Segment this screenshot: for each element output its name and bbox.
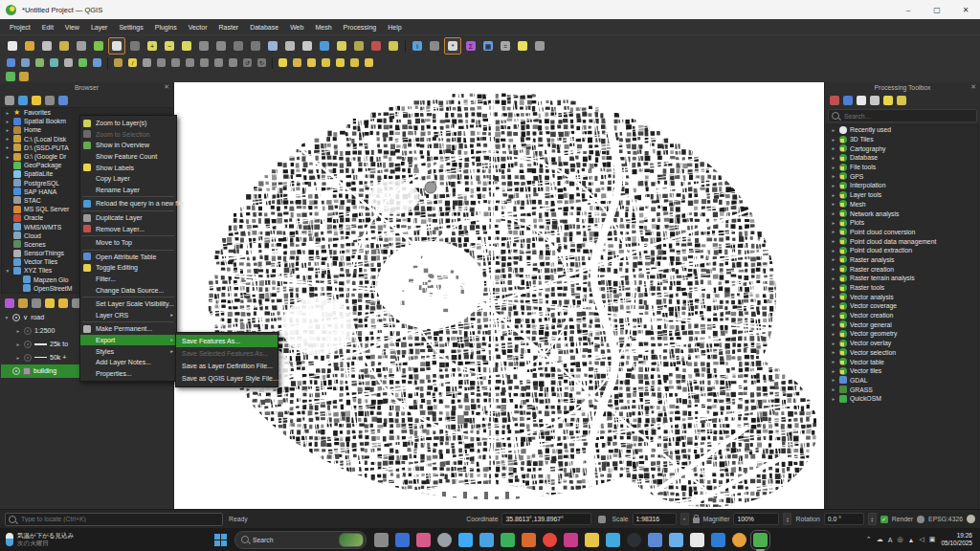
quickmapservices-icon[interactable] — [5, 71, 16, 82]
file-explorer-icon[interactable] — [585, 533, 599, 547]
layer-labeling-icon[interactable] — [277, 56, 289, 69]
rotation-input[interactable] — [824, 513, 864, 525]
toolbox-group-grass[interactable]: ▸GRASS — [827, 385, 978, 394]
menu-mesh[interactable]: Mesh — [309, 22, 337, 33]
device-icon[interactable]: ▣ — [929, 536, 936, 543]
toolbox-group-vector-coverage[interactable]: ▸Vector coverage — [827, 301, 978, 311]
layer-visibility-icon[interactable] — [24, 354, 32, 362]
toolbox-group-interpolation[interactable]: ▸Interpolation — [827, 181, 978, 190]
toolbox-group-vector-tiles[interactable]: ▸Vector tiles — [827, 366, 978, 376]
quickosm-plugin-icon[interactable] — [18, 71, 30, 82]
submenu-item-save-features-as-[interactable]: Save Features As... — [176, 335, 278, 347]
add-group-icon[interactable] — [18, 298, 28, 308]
python-console-icon[interactable] — [843, 96, 853, 105]
select-all-icon[interactable] — [386, 38, 401, 54]
menu-web[interactable]: Web — [284, 22, 309, 33]
context-item-show-labels[interactable]: Show Labels — [80, 162, 176, 173]
cut-features-icon[interactable] — [198, 56, 211, 69]
taskbar-search[interactable]: Search — [234, 531, 367, 549]
manage-map-themes-icon[interactable] — [32, 298, 41, 308]
layer-visibility-icon[interactable] — [24, 341, 32, 348]
context-item-make-permanent-[interactable]: Make Permanent... — [80, 323, 176, 335]
toolbox-group-vector-analysis[interactable]: ▸Vector analysis — [827, 292, 978, 301]
toolbox-group-raster-creation[interactable]: ▸Raster creation — [827, 264, 978, 274]
add-mesh-layer-icon[interactable] — [48, 56, 60, 69]
processing-toolbox-icon[interactable]: * — [444, 37, 461, 55]
model-designer-icon[interactable] — [830, 96, 839, 105]
context-item-move-to-top[interactable]: Move to Top — [80, 237, 176, 249]
toolbox-group-raster-terrain-analysis[interactable]: ▸Raster terrain analysis — [827, 274, 978, 283]
edit-features-in-place-icon[interactable] — [883, 96, 893, 105]
context-item-rename-layer[interactable]: Rename Layer — [80, 185, 176, 196]
filter-legend-icon[interactable] — [45, 298, 55, 308]
locate-bar[interactable] — [5, 513, 223, 526]
menu-edit[interactable]: Edit — [36, 22, 59, 33]
lock-scale-icon[interactable] — [693, 518, 700, 523]
onedrive-icon[interactable]: ☁ — [877, 536, 883, 543]
context-item-reload-the-query-in-a-new-file[interactable]: Reload the query in a new file — [80, 198, 176, 209]
submenu-item-save-as-qgis-layer-style-file-[interactable]: Save as QGIS Layer Style File... — [176, 372, 278, 385]
context-item-export[interactable]: Export▸ — [80, 335, 176, 346]
toolbox-group-database[interactable]: ▸Database — [827, 153, 978, 163]
toolbox-group-recently-used[interactable]: ▸Recently used — [827, 125, 978, 135]
context-item-open-attribute-table[interactable]: Open Attribute Table — [80, 252, 176, 263]
toolbox-group-layer-tools[interactable]: ▸Layer tools — [827, 190, 978, 200]
delete-selected-icon[interactable] — [184, 56, 196, 69]
zoom-next-icon[interactable] — [248, 38, 263, 54]
current-edits-icon[interactable] — [112, 56, 124, 69]
add-feature-icon[interactable] — [155, 56, 167, 69]
options-icon[interactable] — [897, 96, 906, 105]
context-item-zoom-to-layer-s-[interactable]: Zoom to Layer(s) — [80, 118, 176, 129]
toolbox-group-point-cloud-extraction[interactable]: ▸Point cloud extraction — [827, 246, 978, 255]
open-project-icon[interactable] — [22, 38, 37, 54]
toolbox-group-gps[interactable]: ▸GPS — [827, 171, 978, 181]
scale-input[interactable] — [633, 513, 677, 525]
attribute-table-icon[interactable]: ▦ — [480, 38, 496, 54]
photos-pinwheel-icon[interactable] — [416, 533, 431, 547]
qgis-icon[interactable] — [753, 533, 768, 547]
photos-icon[interactable] — [564, 533, 578, 547]
labeling-options-icon[interactable] — [305, 56, 318, 69]
new-project-icon[interactable] — [5, 38, 20, 54]
context-item-toggle-editing[interactable]: Toggle Editing — [80, 262, 176, 274]
history-icon[interactable] — [857, 96, 866, 105]
collapse-all-icon[interactable] — [45, 96, 55, 105]
context-item-layer-crs[interactable]: Layer CRS▸ — [80, 310, 176, 321]
select-features-icon[interactable] — [334, 38, 349, 54]
toolbox-close-icon[interactable]: ✕ — [970, 83, 976, 91]
toolbox-group-vector-geometry[interactable]: ▸Vector geometry — [827, 329, 978, 339]
run-feature-action-icon[interactable] — [427, 38, 442, 54]
wikipedia-icon[interactable] — [690, 533, 704, 547]
volume-muted-icon[interactable]: ◁ — [919, 536, 924, 543]
zoom-last-icon[interactable] — [231, 38, 246, 54]
task-view-icon[interactable] — [374, 533, 389, 547]
undo-icon[interactable]: ↺ — [241, 56, 254, 69]
menu-plugins[interactable]: Plugins — [149, 22, 183, 33]
pan-to-selection-icon[interactable] — [127, 38, 143, 54]
temporal-controller-icon[interactable] — [300, 38, 315, 54]
coordinate-capture-icon[interactable] — [596, 514, 607, 524]
magnifier-spinner[interactable]: ▴▾ — [783, 513, 791, 525]
new-shapefile-icon[interactable] — [91, 56, 103, 69]
app-green-icon[interactable] — [501, 533, 515, 547]
open-layer-styling-icon[interactable] — [5, 298, 14, 308]
refresh-browser-icon[interactable] — [18, 96, 28, 105]
edge-browser-icon[interactable] — [458, 533, 473, 547]
toolbox-group-cartography[interactable]: ▸Cartography — [827, 143, 978, 153]
layer-visibility-icon[interactable] — [12, 314, 20, 321]
results-viewer-icon[interactable] — [870, 96, 880, 105]
redo-icon[interactable]: ↻ — [256, 56, 268, 69]
coordinate-input[interactable] — [501, 513, 591, 525]
vertex-tool-icon[interactable] — [169, 56, 182, 69]
refresh-map-icon[interactable] — [317, 38, 332, 54]
pan-map-icon[interactable] — [108, 37, 125, 55]
crs-status[interactable]: EPSG:4326 — [928, 516, 963, 522]
context-item-styles[interactable]: Styles▸ — [80, 345, 176, 357]
scale-dropdown-icon[interactable]: ▾ — [680, 513, 689, 525]
close-button[interactable]: ✕ — [951, 0, 980, 19]
paste-features-icon[interactable] — [227, 56, 239, 69]
menu-database[interactable]: Database — [244, 22, 284, 33]
app-orange-icon[interactable] — [522, 533, 536, 547]
toolbox-group-plots[interactable]: ▸Plots — [827, 218, 978, 228]
minimize-button[interactable]: – — [894, 0, 923, 19]
